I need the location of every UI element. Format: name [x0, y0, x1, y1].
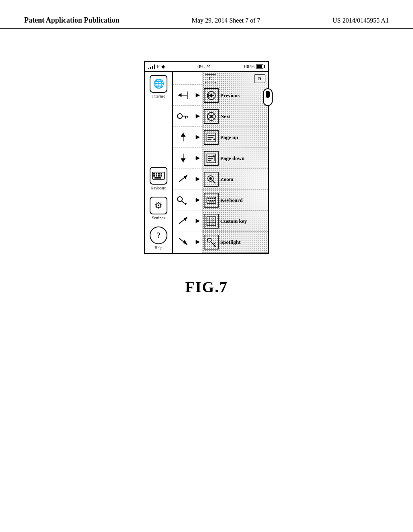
- settings-label: Settings: [152, 216, 165, 220]
- svg-rect-7: [158, 175, 160, 177]
- figure-label: FIG.7: [185, 278, 228, 296]
- svg-rect-61: [208, 200, 209, 201]
- spotlight-label: Spotlight: [220, 239, 241, 245]
- time-label: 09 :24: [197, 63, 211, 70]
- svg-point-13: [177, 114, 182, 118]
- zoom-label: Zoom: [220, 176, 234, 183]
- keyboard-menu-icon: [204, 193, 219, 208]
- pageup-icon: [204, 130, 219, 145]
- keyboard-menu-label: Keyboard: [220, 197, 243, 204]
- gesture-customkey: [173, 210, 193, 231]
- cursor-pointer: [263, 88, 273, 106]
- keyboard-app[interactable]: Keyboard: [150, 167, 167, 190]
- arrow-keyboard: ▶: [193, 189, 202, 210]
- svg-rect-6: [156, 175, 157, 177]
- svg-rect-4: [161, 173, 162, 175]
- customkey-icon: [204, 214, 219, 229]
- spotlight-icon: [204, 235, 219, 249]
- svg-rect-63: [212, 200, 213, 201]
- signal-icon: [148, 64, 155, 69]
- gesture-previous: [173, 85, 193, 106]
- main-content: F ◆ 09 :24 100% 🌐 Internet: [0, 29, 413, 296]
- menu-item-spotlight[interactable]: Spotlight: [202, 232, 268, 253]
- svg-rect-2: [156, 173, 157, 175]
- menu-item-pagedown[interactable]: Page down: [202, 148, 268, 169]
- arrow-header: [193, 72, 202, 85]
- battery-icon: [256, 64, 265, 69]
- previous-icon: [204, 88, 219, 103]
- svg-line-53: [213, 181, 215, 183]
- internet-app[interactable]: 🌐 Internet: [150, 75, 167, 98]
- gesture-header: [173, 72, 193, 85]
- menu-item-keyboard[interactable]: Keyboard: [202, 190, 268, 211]
- play-column: ▶ ▶ ▶ ▶ ▶ ▶ ▶ ▶: [193, 72, 202, 253]
- menu-item-customkey[interactable]: Custom key: [202, 211, 268, 232]
- menu-item-previous[interactable]: Previous: [202, 85, 268, 106]
- customkey-label: Custom key: [220, 218, 247, 224]
- status-right: 100%: [243, 64, 265, 70]
- svg-rect-66: [207, 217, 216, 226]
- svg-marker-20: [181, 158, 186, 162]
- svg-marker-44: [213, 138, 215, 140]
- wifi-icon: ◆: [161, 64, 165, 70]
- svg-rect-62: [210, 200, 211, 201]
- patent-date-sheet: May 29, 2014 Sheet 7 of 7: [192, 17, 260, 24]
- svg-rect-60: [214, 198, 215, 199]
- left-sidebar: 🌐 Internet: [145, 72, 173, 253]
- right-panel: ▶ ▶ ▶ ▶ ▶ ▶ ▶ ▶ L R: [173, 72, 268, 253]
- svg-rect-58: [210, 198, 211, 199]
- arrow-pagedown: ▶: [193, 148, 202, 168]
- svg-marker-18: [181, 133, 186, 137]
- menu-item-pageup[interactable]: Page up: [202, 127, 268, 148]
- help-icon: ?: [150, 227, 167, 244]
- previous-label: Previous: [220, 92, 240, 99]
- arrow-previous: ▶: [193, 85, 202, 106]
- left-button[interactable]: L: [205, 74, 216, 83]
- arrow-pageup: ▶: [193, 127, 202, 148]
- svg-marker-11: [178, 93, 181, 97]
- gesture-keyboard: [173, 189, 193, 210]
- help-app[interactable]: ? Help: [150, 227, 167, 250]
- svg-line-24: [181, 201, 184, 203]
- svg-rect-64: [214, 200, 215, 201]
- gesture-spotlight: [173, 231, 193, 252]
- patent-title: Patent Application Publication: [24, 16, 119, 25]
- battery-percent: 100%: [243, 64, 254, 70]
- next-label: Next: [220, 113, 231, 120]
- carrier-label: F: [157, 64, 160, 70]
- svg-line-73: [213, 243, 216, 244]
- status-left: F ◆: [148, 64, 165, 70]
- phone-body: 🌐 Internet: [145, 72, 268, 253]
- pagedown-icon: [204, 151, 219, 166]
- arrow-next: ▶: [193, 106, 202, 127]
- menu-column: L R: [202, 72, 268, 253]
- next-icon: [204, 109, 219, 124]
- arrow-zoom: ▶: [193, 168, 202, 189]
- patent-number: US 2014/0145955 A1: [332, 17, 389, 24]
- gesture-zoom: [173, 168, 193, 189]
- lr-buttons-row: L R: [202, 72, 268, 85]
- arrow-spotlight: ▶: [193, 231, 202, 252]
- right-button[interactable]: R: [254, 74, 265, 83]
- svg-rect-65: [209, 202, 214, 202]
- gesture-pageup: [173, 127, 193, 148]
- arrow-customkey: ▶: [193, 210, 202, 231]
- gesture-pagedown: [173, 148, 193, 168]
- pagedown-label: Page down: [220, 155, 244, 162]
- help-label: Help: [154, 245, 162, 250]
- menu-item-zoom[interactable]: Zoom: [202, 169, 268, 190]
- svg-rect-5: [153, 175, 155, 177]
- keyboard-icon: [150, 167, 167, 185]
- zoom-icon: [204, 172, 219, 187]
- internet-icon: 🌐: [150, 75, 167, 93]
- svg-rect-59: [212, 198, 213, 199]
- status-bar: F ◆ 09 :24 100%: [145, 62, 268, 72]
- svg-rect-57: [208, 198, 209, 199]
- keyboard-label: Keyboard: [150, 186, 166, 190]
- menu-item-next[interactable]: Next: [202, 106, 268, 127]
- gesture-column: [173, 72, 193, 253]
- pageup-label: Page up: [220, 134, 238, 141]
- settings-app[interactable]: ⚙ Settings: [150, 197, 167, 220]
- svg-rect-9: [154, 177, 161, 179]
- gesture-next: [173, 106, 193, 127]
